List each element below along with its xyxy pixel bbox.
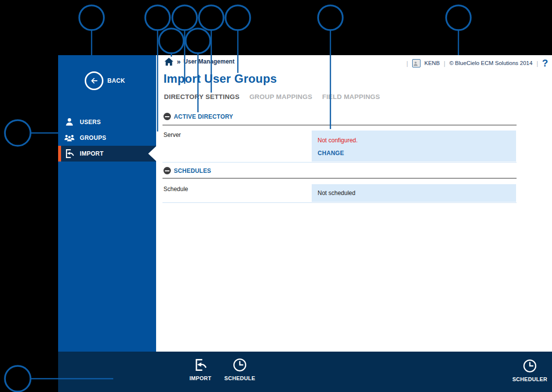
- bottombar-label: SCHEDULE: [225, 375, 256, 381]
- change-link[interactable]: CHANGE: [318, 150, 344, 157]
- import-icon: [193, 358, 208, 372]
- topbar-divider: |: [406, 60, 408, 67]
- schedule-status-box: Not scheduled: [312, 184, 516, 202]
- bottom-action-bar: IMPORT SCHEDULE SCHEDULER: [58, 352, 552, 392]
- sidebar-item-label: IMPORT: [80, 150, 103, 157]
- sidebar-item-users[interactable]: USERS: [58, 114, 156, 130]
- row-separator: [162, 162, 517, 163]
- callout-circle: [159, 29, 184, 53]
- callout-circle: [318, 5, 343, 30]
- callout-circle: [145, 5, 170, 30]
- sidebar: BACK USERS GROUPS: [58, 55, 156, 352]
- callout-circle: [172, 5, 197, 30]
- breadcrumb: » User Management: [164, 57, 234, 66]
- topbar-right: | KENB | © BlueCielo ECM Solutions 2014 …: [406, 58, 548, 68]
- schedule-status-text: Not scheduled: [318, 190, 356, 196]
- bottombar-import-button[interactable]: IMPORT: [178, 358, 223, 381]
- user-name[interactable]: KENB: [424, 60, 440, 66]
- section-rule: [162, 178, 517, 179]
- home-icon[interactable]: [164, 57, 174, 66]
- import-icon: [64, 148, 75, 159]
- screenshot-stage: BACK USERS GROUPS: [0, 0, 552, 392]
- back-button[interactable]: BACK: [85, 71, 125, 90]
- clock-icon: [522, 359, 537, 373]
- bottombar-scheduler-button[interactable]: SCHEDULER: [508, 359, 552, 382]
- schedule-row-label: Schedule: [163, 186, 188, 193]
- collapse-icon[interactable]: [163, 113, 171, 120]
- server-row-label: Server: [163, 131, 181, 138]
- back-label: BACK: [107, 77, 125, 84]
- sidebar-item-label: USERS: [80, 119, 101, 126]
- callout-circle: [79, 5, 104, 30]
- tab-directory-settings[interactable]: DIRECTORY SETTINGS: [164, 93, 239, 100]
- topbar-divider: |: [444, 60, 445, 67]
- callout-circle: [446, 5, 471, 30]
- server-status-text: Not configured.: [318, 137, 357, 144]
- breadcrumb-current[interactable]: User Management: [184, 58, 234, 65]
- sidebar-item-label: GROUPS: [80, 134, 106, 141]
- copyright-text: © BlueCielo ECM Solutions 2014: [449, 60, 532, 66]
- user-icon: [64, 117, 75, 128]
- bottombar-label: IMPORT: [190, 375, 212, 381]
- bottombar-schedule-button[interactable]: SCHEDULE: [218, 358, 262, 381]
- section-title[interactable]: ACTIVE DIRECTORY: [174, 113, 233, 120]
- bottombar-label: SCHEDULER: [512, 376, 547, 382]
- tab-group-mappings[interactable]: GROUP MAPPINGS: [249, 93, 312, 100]
- active-item-notch: [148, 146, 156, 161]
- callout-circle: [186, 29, 210, 53]
- breadcrumb-separator: »: [177, 58, 181, 65]
- active-item-accent-bar: [58, 146, 61, 162]
- group-icon: [64, 132, 75, 143]
- section-header-active-directory: ACTIVE DIRECTORY: [163, 113, 233, 120]
- clock-icon: [232, 358, 247, 372]
- section-header-schedules: SCHEDULES: [163, 167, 211, 174]
- callout-circle: [199, 5, 224, 30]
- section-rule: [162, 125, 517, 126]
- callout-circle: [226, 5, 250, 30]
- help-icon[interactable]: ?: [542, 58, 548, 68]
- topbar-divider: |: [536, 60, 538, 67]
- back-arrow-icon: [85, 71, 103, 90]
- user-avatar-icon: [412, 59, 421, 67]
- tab-bar: DIRECTORY SETTINGS GROUP MAPPINGS FIELD …: [164, 93, 380, 100]
- sidebar-menu: USERS GROUPS: [58, 114, 156, 162]
- callout-circle: [5, 366, 31, 392]
- section-title[interactable]: SCHEDULES: [174, 167, 211, 174]
- server-status-box: Not configured. CHANGE: [312, 131, 516, 162]
- tab-field-mappings[interactable]: FIELD MAPPINGS: [322, 93, 380, 100]
- collapse-icon[interactable]: [163, 167, 171, 174]
- sidebar-item-import[interactable]: IMPORT: [58, 146, 156, 162]
- callout-circle: [5, 120, 31, 146]
- row-separator: [162, 202, 517, 203]
- page-title: Import User Groups: [163, 72, 277, 86]
- sidebar-item-groups[interactable]: GROUPS: [58, 130, 156, 146]
- main-content: » User Management | KENB | © BlueCielo E…: [156, 55, 552, 352]
